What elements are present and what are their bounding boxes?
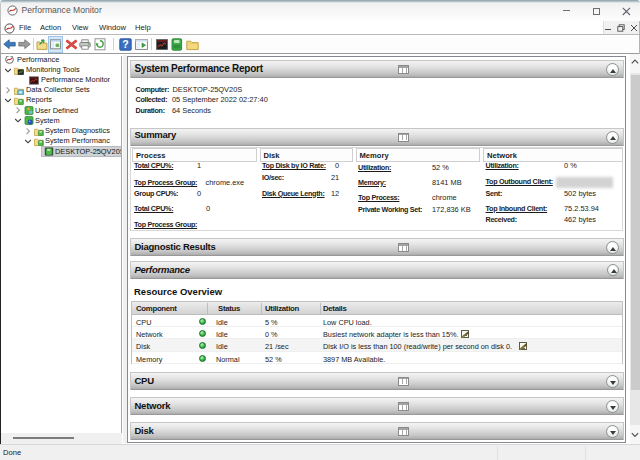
svg-text:?: ?: [122, 38, 128, 50]
